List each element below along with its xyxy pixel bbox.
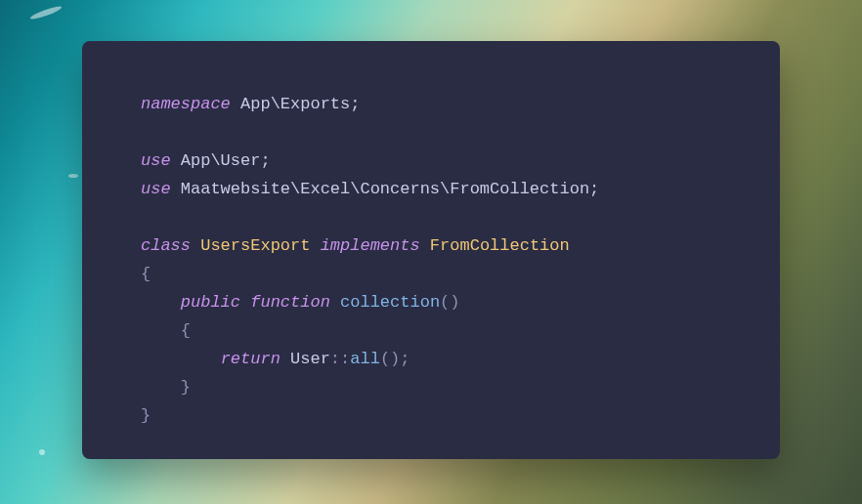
code-panel: namespace App\Exports; use App\User; use… <box>82 41 780 459</box>
keyword-use: use <box>141 151 171 170</box>
keyword-class: class <box>141 236 191 255</box>
interface-name: FromCollection <box>420 236 570 255</box>
keyword-public: public <box>181 293 240 312</box>
keyword-function: function <box>250 293 330 312</box>
method-call: all <box>350 350 380 368</box>
keyword-namespace: namespace <box>141 95 231 113</box>
space <box>240 293 250 312</box>
class-ref: User <box>280 350 330 368</box>
bg-accent <box>29 4 63 21</box>
brace-open: { <box>141 265 151 283</box>
keyword-use: use <box>141 180 171 198</box>
indent <box>141 293 181 312</box>
brace-close: } <box>141 406 151 425</box>
indent <box>141 350 221 368</box>
bg-accent <box>68 174 78 178</box>
bg-accent <box>39 449 45 455</box>
code-text: (); <box>380 350 410 368</box>
code-block: namespace App\Exports; use App\User; use… <box>141 90 721 430</box>
indent <box>141 378 181 397</box>
operator: :: <box>330 350 350 368</box>
method-name: collection <box>330 293 440 312</box>
keyword-return: return <box>221 350 280 368</box>
indent <box>141 321 181 340</box>
brace-close: } <box>181 378 191 397</box>
keyword-implements: implements <box>321 236 420 255</box>
class-name: UsersExport <box>191 236 321 255</box>
brace-open: { <box>181 321 191 340</box>
code-text: Maatwebsite\Excel\Concerns\FromCollectio… <box>171 180 600 198</box>
parens: () <box>440 293 459 312</box>
code-text: App\User; <box>171 151 271 170</box>
code-text: App\Exports; <box>231 95 361 113</box>
